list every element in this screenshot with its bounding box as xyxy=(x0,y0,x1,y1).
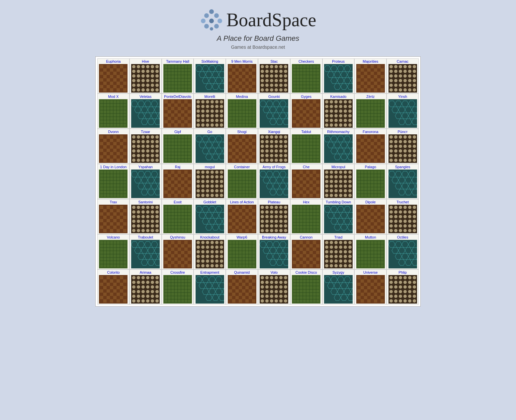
svg-point-1852 xyxy=(394,281,397,284)
game-link-euphoria[interactable]: Euphoria xyxy=(98,59,129,63)
svg-rect-992 xyxy=(296,194,300,197)
svg-point-905 xyxy=(206,180,209,183)
game-link-tumbling-down[interactable]: Tumbling Down xyxy=(323,200,354,204)
game-link-dipole[interactable]: Dipole xyxy=(355,200,386,204)
svg-rect-239 xyxy=(364,78,367,82)
game-link-checkers[interactable]: Checkers xyxy=(291,59,321,63)
game-link-syzygy[interactable]: Syzygy xyxy=(323,270,354,274)
game-link-go[interactable]: Go xyxy=(195,130,225,134)
svg-point-1020 xyxy=(348,184,352,188)
svg-rect-118 xyxy=(242,65,245,68)
game-link-micropul[interactable]: Micropul xyxy=(323,165,354,169)
game-link-1-day-in-london[interactable]: 1 Day in London xyxy=(98,165,129,169)
game-link-kamisado[interactable]: Kamisado xyxy=(323,95,354,99)
game-link-majorities[interactable]: Majorities xyxy=(355,59,386,63)
game-link-phlip[interactable]: Phlip xyxy=(387,270,418,274)
game-link-carnac[interactable]: Carnac xyxy=(387,59,418,63)
svg-rect-557 xyxy=(107,149,110,152)
game-link-stac[interactable]: Stac xyxy=(259,59,289,63)
svg-point-67 xyxy=(132,84,135,87)
svg-point-801 xyxy=(408,145,411,148)
game-link-yspahan[interactable]: Yspahan xyxy=(130,165,161,169)
game-link-hive[interactable]: Hive xyxy=(130,59,161,63)
game-link-püncт[interactable]: Püncт xyxy=(387,130,418,134)
game-link-container[interactable]: Container xyxy=(227,165,257,169)
svg-rect-442 xyxy=(293,107,296,110)
game-link-che[interactable]: Che xyxy=(291,165,321,169)
game-link-mogul[interactable]: mogul xyxy=(195,165,225,169)
svg-rect-780 xyxy=(361,159,364,162)
game-link-breaking-away[interactable]: Breaking Away xyxy=(259,235,289,239)
game-link-trax[interactable]: Trax xyxy=(98,200,129,204)
game-link-octiles[interactable]: Octiles xyxy=(387,235,418,239)
game-link-exxit[interactable]: Exxit xyxy=(163,200,193,204)
game-link-crossfire[interactable]: Crossfire xyxy=(163,270,193,274)
game-link-volcano[interactable]: Volcano xyxy=(98,235,129,239)
svg-point-701 xyxy=(279,149,283,153)
game-thumbnail xyxy=(260,205,288,233)
game-link-colorito[interactable]: Colorito xyxy=(98,270,129,274)
game-link-santorini[interactable]: Santorini xyxy=(130,200,161,204)
game-link-gipf[interactable]: Gipf xyxy=(163,130,193,134)
svg-point-903 xyxy=(197,180,200,183)
game-link-gounki[interactable]: Gounki xyxy=(259,95,289,99)
game-link-quinamid[interactable]: Quinamid xyxy=(227,270,257,274)
svg-rect-1820 xyxy=(357,283,361,286)
svg-point-150 xyxy=(265,65,269,68)
svg-point-1542 xyxy=(339,250,342,253)
svg-rect-130 xyxy=(245,75,249,78)
game-link-knockabout[interactable]: Knockabout xyxy=(195,235,225,239)
game-link-gobblet[interactable]: Gobblet xyxy=(195,200,225,204)
game-link-qyshinsu[interactable]: Qyshinsu xyxy=(163,235,193,239)
svg-rect-662 xyxy=(229,149,232,152)
game-link-palago[interactable]: Palago xyxy=(355,165,386,169)
game-link-proteus[interactable]: Proteus xyxy=(323,59,354,63)
game-link-xiangqi[interactable]: Xiangqi xyxy=(259,130,289,134)
game-link-tzaar[interactable]: Tzaar xyxy=(130,130,161,134)
game-link-morelli[interactable]: Morelli xyxy=(195,95,225,99)
game-link-lines-of-action[interactable]: Lines of Action xyxy=(227,200,257,204)
game-link-arimaa[interactable]: Arimaa xyxy=(130,270,161,274)
svg-point-52 xyxy=(146,70,149,73)
game-link-tammany-hall[interactable]: Tammany Hall xyxy=(163,59,193,63)
svg-rect-1607 xyxy=(123,279,127,283)
game-link-pontedeldiavolo[interactable]: PonteDelDiavolo xyxy=(163,95,193,99)
game-link-shogi[interactable]: Shogi xyxy=(227,130,257,134)
game-link-zèrtz[interactable]: Zèrtz xyxy=(355,95,386,99)
svg-rect-1071 xyxy=(107,206,110,209)
game-link-triad[interactable]: Triad xyxy=(323,235,354,239)
game-link-sixmaking[interactable]: SixMaking xyxy=(195,59,225,63)
game-link-9-men-morris[interactable]: 9 Men Morris xyxy=(227,59,257,63)
svg-point-1425 xyxy=(215,241,218,244)
svg-rect-240 xyxy=(371,78,374,82)
svg-rect-1206 xyxy=(245,229,249,232)
game-link-gyges[interactable]: Gyges xyxy=(291,95,321,99)
game-link-medina[interactable]: Medina xyxy=(227,95,257,99)
game-link-warp6[interactable]: Warp6 xyxy=(227,235,257,239)
svg-point-605 xyxy=(141,159,145,162)
game-link-fanorona[interactable]: Fanorona xyxy=(355,130,386,134)
game-link-hex[interactable]: Hex xyxy=(291,200,321,204)
svg-rect-1525 xyxy=(316,264,319,267)
game-link-plateau[interactable]: Plateau xyxy=(259,200,289,204)
game-link-yinsh[interactable]: Yinsh xyxy=(387,95,418,99)
game-link-tablut[interactable]: Tablut xyxy=(291,130,321,134)
game-link-entrapment[interactable]: Entrapment xyxy=(195,270,225,274)
game-link-dvonn[interactable]: Dvonn xyxy=(98,130,129,134)
game-link-mutton[interactable]: Mutton xyxy=(355,235,386,239)
game-link-truchet[interactable]: Truchet xyxy=(387,200,418,204)
game-link-army-of-frogs[interactable]: Army of Frogs xyxy=(259,165,289,169)
game-link-traboulet[interactable]: Traboulet xyxy=(130,235,161,239)
game-link-rithmomachy[interactable]: Rithmomachy xyxy=(323,130,354,134)
game-link-mod-x[interactable]: Mod X xyxy=(98,95,129,99)
svg-rect-1830 xyxy=(371,289,374,293)
game-link-cookie-disco[interactable]: Cookie Disco xyxy=(291,270,321,274)
game-link-cannon[interactable]: Cannon xyxy=(291,235,321,239)
game-link-spangles[interactable]: Spangles xyxy=(387,165,418,169)
svg-rect-235 xyxy=(367,75,371,78)
game-link-universe[interactable]: Universe xyxy=(355,270,386,274)
game-link-raj[interactable]: Raj xyxy=(163,165,193,169)
game-link-volo[interactable]: Volo xyxy=(259,270,289,274)
game-link-veletas[interactable]: Veletas xyxy=(130,95,161,99)
svg-rect-858 xyxy=(164,171,168,174)
